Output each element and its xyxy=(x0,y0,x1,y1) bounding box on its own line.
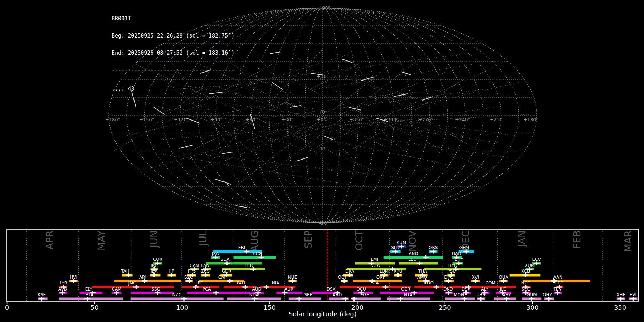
month-label: MAY xyxy=(96,230,107,251)
meteor-trace xyxy=(222,50,333,172)
end-time-line: End: 20250926 08:27:52 (sol = 183.16°) xyxy=(112,50,234,56)
shower-code-label: NUE xyxy=(288,275,297,280)
station-id: BR001T xyxy=(112,16,234,21)
shower-code-label: TAH xyxy=(121,269,130,274)
meteor-segment xyxy=(394,94,408,97)
shower-code-label: DAD xyxy=(452,251,461,256)
shower-code-label: HYD xyxy=(448,263,458,268)
map-longitude-label: +150° xyxy=(139,117,154,122)
meteor-segment xyxy=(154,107,165,114)
shower-code-label: COM xyxy=(486,280,496,286)
map-longitude-label: +90° xyxy=(210,117,223,122)
shower-code-label: AAN xyxy=(553,275,562,280)
shower-code-label: RPU xyxy=(394,269,402,274)
shower-activity-bar xyxy=(131,292,174,294)
shower-code-label: XCB xyxy=(521,269,530,274)
month-label: OCT xyxy=(353,230,365,251)
meteor-segment xyxy=(236,206,247,208)
shower-code-label: ZCS xyxy=(201,269,210,274)
shower-code-label: XHE xyxy=(616,292,625,297)
map-pole-label: -90° xyxy=(319,220,329,226)
month-label: MAR xyxy=(623,230,634,252)
shower-activity-bar xyxy=(131,298,224,300)
map-longitude-label: +30° xyxy=(281,117,293,122)
shower-code-label: IRC xyxy=(151,263,158,268)
x-axis-tick-label: 300 xyxy=(526,304,538,311)
shower-code-label: STA xyxy=(371,280,379,286)
shower-code-label: OCU xyxy=(356,287,366,292)
shower-code-label: SLD xyxy=(391,245,400,250)
shower-activity-bar xyxy=(224,286,257,288)
shower-code-label: ARD xyxy=(332,292,342,297)
map-latitude-label: +30° xyxy=(317,74,329,79)
map-latitude-label: +0° xyxy=(318,109,327,115)
meteor-trace xyxy=(286,82,519,136)
meteor-segment xyxy=(324,136,333,140)
shower-code-label: ECV xyxy=(532,257,541,262)
shower-code-label: PCA xyxy=(203,287,211,292)
shower-code-label: NCC xyxy=(521,280,531,286)
shower-code-label: DRA xyxy=(345,269,355,274)
shower-code-label: NDA xyxy=(249,292,259,297)
shower-code-label: DSX xyxy=(327,287,336,292)
shower-code-label: XUM xyxy=(525,263,535,268)
shower-code-label: URS xyxy=(476,292,485,297)
shower-code-label: MON xyxy=(454,292,464,297)
shower-code-label: AMO xyxy=(417,275,427,280)
meteor-trace xyxy=(236,68,386,186)
shower-code-label: COR xyxy=(153,257,162,262)
shower-code-label: SZC xyxy=(184,275,193,280)
shower-code-label: XVI xyxy=(472,275,479,280)
meteor-segment xyxy=(290,106,301,107)
shower-code-label: EHY xyxy=(455,257,464,262)
shower-code-label: LUM xyxy=(380,269,389,274)
begin-time-line: Beg: 20250925 22:26:29 (sol = 182.75°) xyxy=(112,33,234,39)
map-longitude-label: +180° xyxy=(523,117,538,122)
shower-activity-bar xyxy=(289,298,321,300)
app-canvas: BR001T Beg: 20250925 22:26:29 (sol = 182… xyxy=(0,0,644,322)
shower-code-label: OER xyxy=(401,287,410,292)
shower-code-label: ETA xyxy=(86,292,94,297)
shower-code-label: JMC xyxy=(128,280,136,286)
shower-code-label: LEO xyxy=(408,257,417,262)
shower-code-label: NTA xyxy=(404,292,413,297)
meteor-trace xyxy=(258,57,358,165)
shower-activity-bar xyxy=(92,286,174,288)
x-axis-tick-label: 50 xyxy=(91,304,99,311)
shower-activity-bar xyxy=(206,262,262,265)
shower-code-label: DPC xyxy=(444,275,453,280)
shower-code-label: CAP xyxy=(218,275,227,280)
shower-code-label: ORI xyxy=(376,275,384,280)
shower-code-label: PPS xyxy=(188,269,196,274)
shower-code-label: ORS xyxy=(429,245,438,250)
meteor-count-line: ...: 43 xyxy=(112,86,234,92)
shower-code-label: GEM xyxy=(459,245,469,250)
meteor-trace xyxy=(272,57,422,172)
x-axis-tick-label: 350 xyxy=(614,304,626,311)
meteor-segment xyxy=(297,157,308,161)
shower-activity-bar xyxy=(59,298,123,300)
shower-code-label: KUM xyxy=(397,240,406,245)
shower-activity-bar xyxy=(182,286,219,288)
shower-code-label: SDA xyxy=(221,257,230,262)
shower-code-label: PER xyxy=(245,263,253,268)
map-longitude-label: +210° xyxy=(490,117,505,122)
month-label: AUG xyxy=(249,230,260,252)
shower-code-label: OCT xyxy=(338,275,347,280)
month-label: JUL xyxy=(197,230,209,247)
shower-code-label: SPE xyxy=(304,292,312,297)
shower-code-label: ELY xyxy=(85,287,93,292)
map-longitude-label: +60° xyxy=(245,117,258,122)
month-label: NOV xyxy=(407,230,418,252)
meteor-segment xyxy=(401,72,411,75)
shower-code-label: DSV xyxy=(462,287,471,292)
shower-code-label: IIP xyxy=(169,269,174,274)
map-meridian xyxy=(287,8,358,223)
shower-code-label: CAM xyxy=(112,287,122,292)
shower-code-label: FED xyxy=(555,280,564,286)
shower-code-label: PSU xyxy=(447,269,456,274)
shower-activity-bar xyxy=(114,280,181,282)
shower-code-label: SSG xyxy=(151,287,160,292)
sky-map-and-timeline-plot: +90°-90°+30°+0°-30°+180°+150°+120°+90°+6… xyxy=(0,0,644,322)
shower-code-label: GUM xyxy=(527,292,537,297)
